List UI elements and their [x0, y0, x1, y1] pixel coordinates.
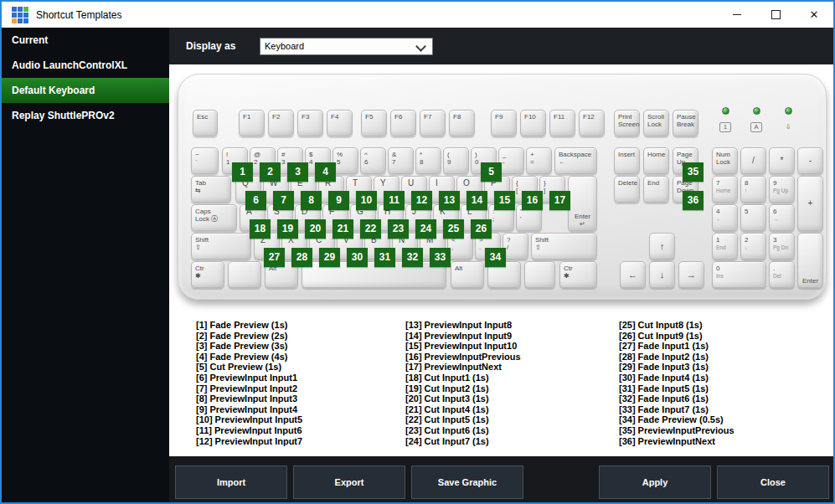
key-6: ^ 6 — [360, 147, 386, 174]
led-symbol: ⇩ — [785, 123, 791, 131]
key-backspace: Backspace ← — [554, 147, 597, 174]
key-slash: ? / — [503, 233, 528, 260]
key-right-ctrl: Ctr ✱ — [559, 261, 597, 288]
key-numpad-8: 8↑ — [740, 176, 766, 203]
maximize-button[interactable] — [756, 2, 795, 28]
legend-item: [17] PreviewInputNext — [405, 362, 611, 373]
key-f7: F7 — [420, 110, 446, 136]
key-left-ctrl: Ctr ✱ — [191, 261, 224, 288]
legend-item: [13] PreviewInput Input8 — [405, 320, 611, 331]
shortcut-badge-15: 15 — [494, 191, 515, 210]
keyboard-led-A: A — [744, 107, 769, 132]
legend-item: [31] Fade Input5 (1s) — [619, 383, 824, 394]
key-sublabel: End — [716, 244, 737, 250]
sidebar-item-current[interactable]: Current — [2, 28, 169, 53]
keyboard-led-1: 1 — [713, 107, 738, 132]
key-numpad-1: 1End — [712, 233, 738, 260]
legend-item: [14] PreviewInput Input9 — [405, 331, 611, 342]
key-numpad-7: 7Home — [712, 176, 738, 203]
sidebar: CurrentAudio LaunchControlXLDefault Keyb… — [2, 28, 169, 502]
legend-item: [36] PreviewInputNext — [619, 436, 824, 447]
shortcut-badge-20: 20 — [305, 219, 326, 239]
logo-square — [23, 13, 28, 18]
shortcut-badge-36: 36 — [683, 191, 704, 210]
export-button[interactable]: Export — [293, 465, 405, 499]
key-left-bracket: { [16 — [512, 176, 538, 203]
key-y: Y11 — [374, 176, 399, 203]
key-numpad-4: 4← — [712, 204, 738, 231]
key-page-up: Page Up35 — [673, 147, 698, 174]
key-f8: F8 — [449, 110, 475, 136]
legend-column-3: [25] Cut Input8 (1s)[26] Cut Input9 (1s)… — [619, 320, 824, 446]
shortcut-badge-4: 4 — [315, 162, 336, 182]
shortcut-badge-31: 31 — [374, 248, 395, 267]
legend-item: [5] Cut Preview (1s) — [196, 362, 401, 373]
minimize-icon — [733, 14, 741, 15]
shortcut-badge-1: 1 — [232, 162, 253, 182]
display-as-combobox[interactable]: Keyboard — [260, 38, 433, 55]
shortcut-badge-28: 28 — [291, 248, 312, 267]
key-left-win — [228, 261, 261, 288]
legend-item: [35] PreviewInputPrevious — [619, 425, 824, 436]
close-button[interactable]: ✕ — [795, 2, 833, 28]
sidebar-item-default-keyboard[interactable]: Default Keyboard — [2, 78, 169, 103]
key-7: & 7 — [388, 147, 414, 174]
shortcut-badge-33: 33 — [430, 248, 451, 267]
key-numpad-5: 5 — [740, 204, 766, 231]
close-button[interactable]: Close — [717, 465, 829, 499]
led-symbol: 1 — [719, 122, 731, 132]
legend-column-1: [1] Fade Preview (1s)[2] Fade Preview (2… — [196, 320, 401, 446]
logo-square — [12, 7, 17, 12]
sidebar-item-replay-shuttleprov2[interactable]: Replay ShuttlePROv2 — [2, 103, 169, 128]
sidebar-item-audio-launchcontrolxl[interactable]: Audio LaunchControlXL — [2, 53, 169, 78]
apply-button[interactable]: Apply — [599, 465, 711, 499]
key-sublabel: ← — [716, 216, 737, 222]
chevron-down-icon — [415, 41, 426, 52]
display-as-bar: Display as Keyboard — [169, 28, 833, 64]
shortcut-badge-21: 21 — [332, 219, 353, 239]
shortcut-badge-7: 7 — [273, 191, 294, 210]
shortcut-badge-9: 9 — [328, 191, 349, 210]
key-enter: Enter ↵ — [568, 176, 597, 231]
shortcut-badge-19: 19 — [277, 219, 298, 239]
template-view: EscF1F2F3F4F5F6F7F8F9F10F11F12Print Scre… — [169, 64, 833, 456]
key-menu — [524, 261, 555, 288]
key-arrow-down: ↓ — [649, 261, 675, 288]
legend-item: [27] Fade Input1 (1s) — [619, 341, 824, 352]
titlebar: Shortcut Templates ✕ — [2, 2, 833, 28]
legend-item: [23] Cut Input6 (1s) — [405, 425, 611, 436]
key-sublabel: Ins — [716, 273, 765, 279]
key-end: End — [643, 176, 669, 203]
legend-item: [3] Fade Preview (3s) — [196, 341, 401, 352]
key-tab: Tab ⇆ — [191, 176, 231, 203]
save-graphic-button[interactable]: Save Graphic — [411, 465, 523, 499]
minimize-button[interactable] — [718, 2, 756, 28]
key-sublabel: Pg Dn — [773, 244, 794, 250]
key-insert: Insert — [614, 147, 640, 174]
led-symbol: A — [750, 122, 762, 132]
window-body: CurrentAudio LaunchControlXLDefault Keyb… — [2, 28, 833, 502]
key-sublabel: Pg Up — [773, 188, 794, 193]
key-o: O14 — [456, 176, 482, 203]
shortcut-badge-25: 25 — [443, 219, 464, 239]
shortcut-badge-13: 13 — [439, 191, 460, 210]
window-controls: ✕ — [718, 2, 833, 28]
key-right-bracket: } ]17 — [539, 176, 565, 203]
led-light-icon — [753, 107, 760, 115]
key-numpad-add: + — [797, 176, 823, 231]
shortcut-badge-2: 2 — [260, 162, 281, 182]
legend-item: [21] Cut Input4 (1s) — [405, 404, 611, 415]
import-button[interactable]: Import — [175, 465, 287, 499]
key-grave: ~ ` — [191, 147, 219, 174]
key-sublabel: ↓ — [745, 244, 765, 250]
legend-item: [29] Fade Input3 (1s) — [619, 362, 824, 373]
key-f5: F5 — [361, 110, 387, 136]
logo-square — [12, 18, 17, 23]
key-t: T10 — [346, 176, 372, 203]
logo-square — [23, 7, 28, 12]
legend-item: [7] PreviewInput Input2 — [196, 383, 401, 394]
legend-item: [12] PreviewInput Input7 — [196, 436, 401, 447]
key-minus: _ - — [498, 147, 524, 174]
logo-square — [23, 18, 28, 23]
close-icon: ✕ — [810, 8, 819, 21]
